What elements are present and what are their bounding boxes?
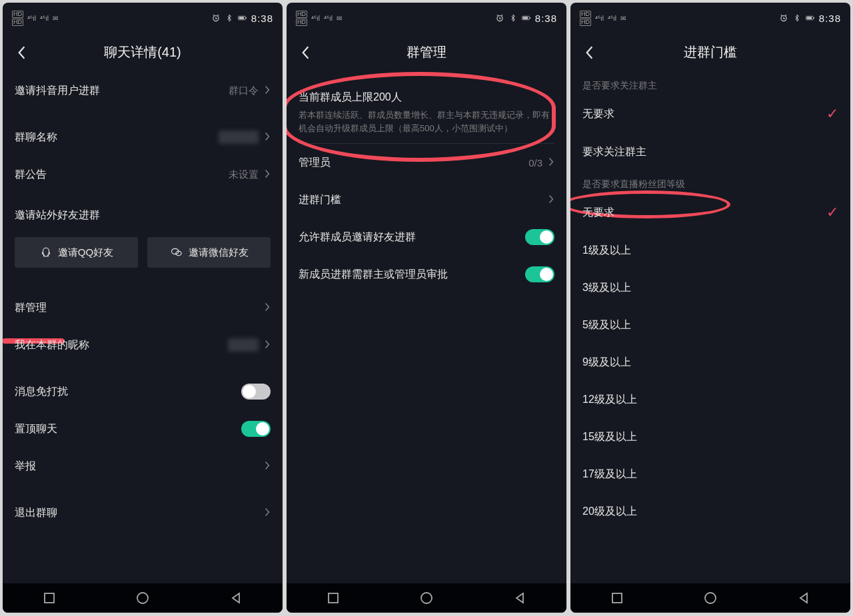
button-label: 邀请微信好友 [189, 246, 249, 259]
option-fan-level[interactable]: 15级及以上 [570, 418, 850, 456]
row-label: 群公告 [15, 168, 47, 182]
signal-icon: ⁴⁶ıl [608, 15, 616, 22]
back-button[interactable] [576, 39, 602, 66]
option-fan-level[interactable]: 9级及以上 [570, 344, 850, 381]
pin-row[interactable]: 置顶聊天 [3, 410, 283, 448]
svg-rect-10 [530, 17, 530, 19]
row-label: 群管理 [15, 301, 47, 315]
signal-icon: ⁴⁶ıl [27, 15, 36, 22]
option-fan-level[interactable]: 5级及以上 [570, 306, 850, 344]
row-label: 置顶聊天 [15, 422, 57, 436]
content-area: 是否要求关注群主 无要求 ✓ 要求关注群主 是否要求直播粉丝团等级 无要求✓1级… [570, 72, 850, 583]
option-fan-level[interactable]: 20级及以上 [570, 493, 850, 530]
bluetooth-icon [508, 13, 518, 23]
leave-group-row[interactable]: 退出群聊 [3, 494, 283, 531]
chevron-right-icon [264, 302, 271, 314]
phone-screen-2: HDHD ⁴⁶ıl ⁴⁶ıl ✉ 8:38 群管理 当前群成员上限200人 若本… [287, 3, 566, 613]
invite-wechat-button[interactable]: 邀请微信好友 [147, 237, 271, 268]
svg-point-19 [705, 593, 716, 603]
nav-recents-button[interactable] [313, 583, 353, 613]
option-fan-level[interactable]: 无要求✓ [570, 193, 850, 232]
content-area: 邀请抖音用户进群 群口令 群聊名称 群公告 未设置 邀请站外好友进群 邀请QQ好… [3, 72, 283, 583]
option-fan-level[interactable]: 1级及以上 [570, 232, 850, 269]
option-fan-level[interactable]: 12级及以上 [570, 381, 850, 418]
svg-rect-3 [239, 17, 244, 19]
back-button[interactable] [292, 39, 319, 66]
row-label: 允许群成员邀请好友进群 [299, 230, 416, 244]
pin-toggle[interactable] [241, 421, 271, 437]
nav-recents-button[interactable] [29, 583, 69, 613]
title-bar: 进群门槛 [570, 33, 850, 72]
option-label: 1级及以上 [582, 244, 631, 258]
nav-home-button[interactable] [690, 583, 730, 613]
page-title: 群管理 [407, 43, 446, 61]
svg-rect-18 [612, 593, 622, 603]
battery-icon [238, 13, 247, 23]
admins-row[interactable]: 管理员 0/3 [287, 144, 566, 181]
clock-text: 8:38 [819, 13, 841, 24]
chevron-right-icon [264, 85, 271, 97]
page-title: 聊天详情(41) [104, 43, 181, 61]
qq-icon [39, 246, 53, 258]
mute-toggle[interactable] [241, 384, 271, 400]
option-label: 20级及以上 [582, 505, 637, 519]
invite-qq-button[interactable]: 邀请QQ好友 [15, 237, 138, 268]
hd-icon: HD [580, 11, 591, 18]
row-label: 邀请站外好友进群 [15, 208, 100, 222]
option-label: 无要求 [582, 107, 614, 121]
nav-back-button[interactable] [784, 583, 824, 613]
svg-rect-2 [246, 17, 247, 19]
option-label: 要求关注群主 [582, 145, 646, 159]
nickname-row[interactable]: 我在本群的昵称 [3, 326, 283, 364]
clock-text: 8:38 [251, 13, 273, 24]
info-description: 若本群连续活跃、群成员数量增长、群主与本群无违规记录，即有机会自动升级群成员上限… [299, 109, 554, 135]
battery-icon [522, 13, 531, 23]
invite-douyin-row[interactable]: 邀请抖音用户进群 群口令 [3, 72, 283, 109]
clock-text: 8:38 [535, 13, 557, 24]
approve-row[interactable]: 新成员进群需群主或管理员审批 [287, 256, 566, 293]
bluetooth-icon [225, 13, 234, 23]
blurred-value [219, 131, 259, 144]
title-bar: 群管理 [287, 33, 566, 72]
check-icon: ✓ [826, 204, 838, 221]
back-button[interactable] [8, 39, 35, 66]
wechat-icon: ✉ [620, 15, 626, 22]
android-nav-bar [287, 583, 566, 613]
row-value: 群口令 [229, 85, 259, 97]
page-title: 进群门槛 [684, 43, 737, 61]
section-fan-label: 是否要求直播粉丝团等级 [570, 170, 850, 193]
status-bar: HDHD ⁴⁶ıl ⁴⁶ıl ✉ 8:38 [287, 3, 566, 33]
threshold-row[interactable]: 进群门槛 [287, 181, 566, 218]
alarm-icon [211, 13, 221, 23]
bluetooth-icon [792, 13, 802, 23]
nav-back-button[interactable] [216, 583, 256, 613]
row-value: 0/3 [528, 157, 542, 168]
approve-toggle[interactable] [525, 266, 554, 282]
section-text: 是否要求直播粉丝团等级 [582, 178, 685, 189]
status-bar: HDHD ⁴⁶ıl ⁴⁶ıl ✉ 8:38 [570, 3, 850, 33]
mute-row[interactable]: 消息免打扰 [3, 373, 283, 410]
row-value: 未设置 [229, 168, 259, 181]
group-manage-row[interactable]: 群管理 [3, 289, 283, 326]
nav-home-button[interactable] [123, 583, 163, 613]
report-row[interactable]: 举报 [3, 448, 283, 485]
title-bar: 聊天详情(41) [3, 33, 283, 72]
button-label: 邀请QQ好友 [58, 246, 113, 259]
phone-screen-3: HDHD ⁴⁶ıl ⁴⁶ıl ✉ 8:38 进群门槛 是否要求关注群主 无要求 … [570, 3, 850, 613]
option-require-follow[interactable]: 要求关注群主 [570, 133, 850, 170]
option-fan-level[interactable]: 3级及以上 [570, 269, 850, 306]
allow-invite-row[interactable]: 允许群成员邀请好友进群 [287, 218, 566, 256]
option-none-follow[interactable]: 无要求 ✓ [570, 95, 850, 133]
alarm-icon [779, 13, 788, 23]
signal-icon: ⁴⁶ıl [311, 15, 320, 22]
nav-back-button[interactable] [500, 583, 540, 613]
nav-recents-button[interactable] [597, 583, 637, 613]
svg-rect-12 [329, 593, 338, 603]
allow-invite-toggle[interactable] [525, 229, 554, 245]
announcement-row[interactable]: 群公告 未设置 [3, 156, 283, 193]
group-name-row[interactable]: 群聊名称 [3, 119, 283, 156]
share-button-row: 邀请QQ好友 邀请微信好友 [3, 230, 283, 280]
wechat-icon: ✉ [53, 15, 58, 22]
option-fan-level[interactable]: 17级及以上 [570, 456, 850, 493]
nav-home-button[interactable] [407, 583, 446, 613]
